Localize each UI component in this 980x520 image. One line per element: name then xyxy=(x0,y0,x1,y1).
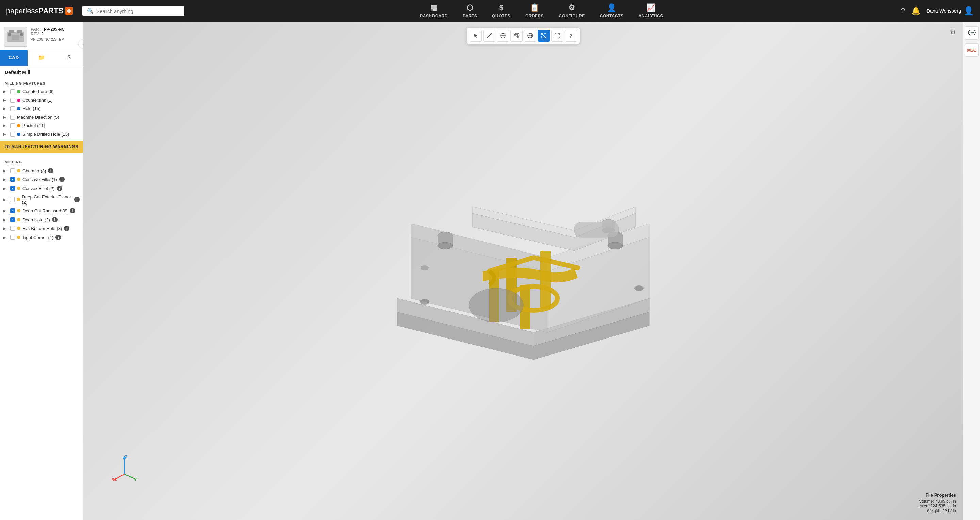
dot-indicator xyxy=(17,218,21,221)
nav-configure[interactable]: ⚙ CONFIGURE xyxy=(551,1,592,21)
warning-label: Deep Hole (2) xyxy=(22,217,50,222)
list-item[interactable]: ▶ Flat Bottom Hole (3) i xyxy=(0,224,83,233)
expand-arrow-icon: ▶ xyxy=(3,132,8,136)
info-icon[interactable]: i xyxy=(48,168,53,173)
list-item[interactable]: ▶ Countersink (1) xyxy=(0,96,83,104)
info-icon[interactable]: i xyxy=(52,217,57,222)
area-value: 224.535 sq. in xyxy=(931,504,956,509)
help-icon[interactable]: ? xyxy=(901,6,905,15)
dot-indicator xyxy=(17,178,21,181)
warning-checkbox[interactable] xyxy=(10,168,15,173)
dot-indicator xyxy=(17,133,21,136)
warning-checkbox[interactable] xyxy=(10,208,15,213)
part-header: PART PP-205-NC REV 2 PP-205-NC-2.STEP xyxy=(0,22,83,50)
chat-icon-button[interactable]: 💬 xyxy=(965,26,978,40)
tab-files[interactable]: 📁 xyxy=(27,50,55,66)
top-navigation: paperlessPARTS 🔍 ▦ DASHBOARD ⬡ PARTS $ Q… xyxy=(0,0,980,22)
dot-indicator xyxy=(17,169,21,172)
weight-label: Weight: xyxy=(927,509,940,513)
user-area[interactable]: Dana Wensberg 👤 xyxy=(927,6,974,16)
dot-indicator xyxy=(17,227,21,230)
warning-checkbox[interactable] xyxy=(10,177,15,182)
nav-configure-label: CONFIGURE xyxy=(559,14,585,18)
feature-checkbox[interactable] xyxy=(10,132,15,136)
svg-rect-6 xyxy=(12,35,19,40)
nav-contacts-label: CONTACTS xyxy=(600,14,624,18)
warning-checkbox[interactable] xyxy=(10,197,14,202)
dot-indicator xyxy=(17,209,21,212)
list-item[interactable]: ▶ Deep Cut Exterior/Planar (2) i xyxy=(0,193,83,206)
info-icon[interactable]: i xyxy=(59,177,65,182)
nav-orders[interactable]: 📋 ORDERS xyxy=(518,1,551,21)
list-item[interactable]: ▶ Simple Drilled Hole (15) xyxy=(0,130,83,138)
contacts-icon: 👤 xyxy=(607,3,617,12)
user-avatar-icon: 👤 xyxy=(964,6,974,16)
feature-checkbox[interactable] xyxy=(10,115,15,120)
expand-arrow-icon: ▶ xyxy=(3,115,8,119)
nav-quotes[interactable]: $ QUOTES xyxy=(485,1,518,21)
volume-value: 73.99 cu. in xyxy=(935,499,956,504)
warning-checkbox[interactable] xyxy=(10,186,15,191)
nav-orders-label: ORDERS xyxy=(525,14,544,18)
info-icon[interactable]: i xyxy=(56,235,61,240)
tab-cad[interactable]: CAD xyxy=(0,50,27,66)
list-item[interactable]: ▶ Deep Cut Radiused (6) i xyxy=(0,206,83,215)
list-item[interactable]: ▶ Tight Corner (1) i xyxy=(0,233,83,242)
expand-arrow-icon: ▶ xyxy=(3,90,8,94)
search-bar[interactable]: 🔍 xyxy=(82,6,185,16)
logo-icon xyxy=(65,7,73,14)
list-item[interactable]: ▶ Deep Hole (2) i xyxy=(0,215,83,224)
tab-bar: CAD 📁 $ xyxy=(0,50,83,66)
msc-icon-button[interactable]: MSC xyxy=(965,43,978,57)
info-icon[interactable]: i xyxy=(74,197,80,202)
info-icon[interactable]: i xyxy=(64,226,69,231)
list-item[interactable]: ▶ Convex Fillet (2) i xyxy=(0,184,83,193)
info-icon[interactable]: i xyxy=(57,185,62,191)
feature-checkbox[interactable] xyxy=(10,98,15,103)
feature-checkbox[interactable] xyxy=(10,89,15,94)
svg-rect-5 xyxy=(21,33,23,36)
axis-indicator: Z X Y xyxy=(111,454,138,483)
warning-checkbox[interactable] xyxy=(10,226,15,231)
svg-point-42 xyxy=(608,243,623,249)
manufacturing-warnings-bar[interactable]: 20 MANUFACTURING WARNINGS xyxy=(0,141,83,152)
nav-contacts[interactable]: 👤 CONTACTS xyxy=(592,1,631,21)
logo-area: paperlessPARTS xyxy=(0,6,79,15)
dot-indicator xyxy=(17,236,21,239)
nav-parts[interactable]: ⬡ PARTS xyxy=(455,1,485,21)
logo-text: paperlessPARTS xyxy=(6,6,63,15)
search-icon: 🔍 xyxy=(87,8,94,14)
expand-arrow-icon: ▶ xyxy=(3,187,8,190)
list-item[interactable]: ▶ Concave Fillet (1) i xyxy=(0,175,83,184)
nav-quotes-label: QUOTES xyxy=(492,14,511,18)
part-3d-view xyxy=(83,22,963,520)
svg-line-57 xyxy=(124,474,135,479)
expand-arrow-icon: ▶ xyxy=(3,178,8,181)
feature-checkbox[interactable] xyxy=(10,124,15,128)
list-item[interactable]: ▶ Machine Direction (5) xyxy=(0,113,83,121)
search-input[interactable] xyxy=(96,8,180,14)
user-name: Dana Wensberg xyxy=(927,8,961,14)
viewer-area: ? ⚙ xyxy=(83,22,963,520)
warning-checkbox[interactable] xyxy=(10,235,15,239)
warning-checkbox[interactable] xyxy=(10,217,15,222)
quotes-icon: $ xyxy=(499,3,504,12)
nav-analytics[interactable]: 📈 ANALYTICS xyxy=(631,1,671,21)
feature-checkbox[interactable] xyxy=(10,106,15,111)
svg-point-46 xyxy=(469,288,523,322)
list-item[interactable]: ▶ Pocket (11) xyxy=(0,121,83,130)
list-item[interactable]: ▶ Chamfer (3) i xyxy=(0,166,83,175)
area-row: Area: 224.535 sq. in xyxy=(919,504,956,509)
notifications-icon[interactable]: 🔔 xyxy=(911,6,920,15)
expand-arrow-icon: ▶ xyxy=(3,107,8,111)
dot-indicator xyxy=(17,98,21,102)
warning-label: Deep Cut Radiused (6) xyxy=(22,208,68,214)
list-item[interactable]: ▶ Counterbore (6) xyxy=(0,87,83,96)
feature-label: Counterbore (6) xyxy=(22,89,54,94)
info-icon[interactable]: i xyxy=(70,208,75,214)
list-item[interactable]: ▶ Hole (15) xyxy=(0,104,83,113)
warning-label: Deep Cut Exterior/Planar (2) xyxy=(22,194,72,205)
analytics-icon: 📈 xyxy=(646,3,656,12)
tab-pricing[interactable]: $ xyxy=(56,50,83,66)
nav-dashboard[interactable]: ▦ DASHBOARD xyxy=(412,1,456,21)
